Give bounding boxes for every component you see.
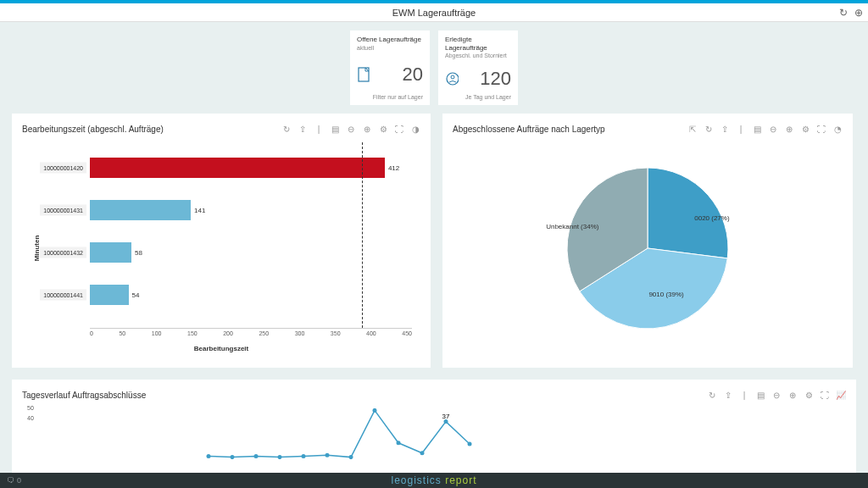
x-tick: 250 <box>259 330 269 339</box>
bar-category-label: 100000001432 <box>40 247 86 258</box>
panel-pie-chart: Abgeschlossene Aufträge nach Lagertyp ⇱ … <box>442 114 853 368</box>
bar[interactable]: 412 <box>90 158 385 178</box>
settings-icon[interactable]: ⚙ <box>800 125 810 134</box>
x-axis-ticks: 050100150200250300350400450 <box>90 330 412 339</box>
legend-icon[interactable]: ▤ <box>755 391 765 400</box>
zoom-out-icon[interactable]: ⊖ <box>346 125 356 134</box>
x-tick: 450 <box>402 330 412 339</box>
panel-toolbar: ⇱ ↻ ⇪ | ▤ ⊖ ⊕ ⚙ ⛶ ◔ <box>687 125 843 134</box>
line-point[interactable] <box>420 451 425 455</box>
line-point[interactable] <box>444 419 448 424</box>
settings-icon[interactable]: ⚙ <box>378 125 388 134</box>
zoom-in-icon[interactable]: ⊕ <box>784 125 794 134</box>
settings-icon[interactable]: ⚙ <box>804 391 814 400</box>
tile-footer: Filter nur auf Lager <box>357 94 423 100</box>
bar[interactable]: 141 <box>90 200 191 220</box>
zoom-out-icon[interactable]: ⊖ <box>771 391 782 400</box>
legend-icon[interactable]: ▤ <box>330 125 340 134</box>
bar-value-label: 58 <box>135 249 142 257</box>
tile-subtitle: aktuell <box>357 45 423 51</box>
line-point[interactable] <box>278 455 282 459</box>
tile-footer: Je Tag und Lager <box>445 94 511 100</box>
line-series <box>209 410 470 457</box>
x-tick: 150 <box>187 330 198 339</box>
zoom-in-icon[interactable]: ⊕ <box>787 391 798 400</box>
export-icon[interactable]: ⇪ <box>723 391 733 400</box>
bar-row: 100000001431 141 <box>90 197 412 223</box>
line-point[interactable] <box>326 453 330 458</box>
kpi-tile[interactable]: Offene Lageraufträge aktuell 20 Filter n… <box>350 30 430 105</box>
notification-count: 0 <box>17 476 21 485</box>
brand-part-b: report <box>445 474 476 486</box>
share-icon[interactable]: ⇱ <box>687 125 698 134</box>
globe-icon[interactable]: ⊕ <box>854 7 863 19</box>
page-title: EWM Lageraufträge <box>392 8 476 18</box>
chart-type-icon[interactable]: ◔ <box>832 125 843 134</box>
refresh-icon[interactable]: ↻ <box>281 125 292 134</box>
chart-type-icon[interactable]: ◑ <box>410 125 420 134</box>
bar-value-label: 141 <box>194 207 205 214</box>
line-point[interactable] <box>373 408 377 413</box>
x-tick: 50 <box>119 330 125 339</box>
line-point[interactable] <box>254 454 259 458</box>
line-point[interactable] <box>468 442 472 446</box>
x-tick: 100 <box>152 330 162 339</box>
refresh-icon[interactable]: ↻ <box>839 7 848 19</box>
line-svg: 37 <box>39 408 853 459</box>
x-tick: 0 <box>90 330 93 339</box>
panel-toolbar: ↻ ⇪ | ▤ ⊖ ⊕ ⚙ ⛶ 📈 <box>707 391 846 400</box>
panel-toolbar: ↻ ⇪ | ▤ ⊖ ⊕ ⚙ ⛶ ◑ <box>281 125 420 134</box>
notification-icon[interactable]: 🗨 <box>7 476 14 485</box>
fullscreen-icon[interactable]: ⛶ <box>816 125 826 134</box>
footer-bar: 🗨 0 leogistics report <box>0 473 868 488</box>
pie-slice-label: 0020 (27%) <box>694 214 729 221</box>
header-actions: ↻ ⊕ <box>839 7 863 19</box>
line-point[interactable] <box>207 454 211 458</box>
export-icon[interactable]: ⇪ <box>298 125 308 134</box>
bar-plot-area: 100000001420 412100000001431 14110000000… <box>90 142 412 329</box>
panel-title: Tagesverlauf Auftragsabschlüsse <box>22 391 146 400</box>
tile-title: Offene Lageraufträge <box>357 36 423 44</box>
document-icon <box>357 66 370 83</box>
x-tick: 350 <box>331 330 341 339</box>
fullscreen-icon[interactable]: ⛶ <box>394 125 404 134</box>
kpi-tile[interactable]: Erledigte Lageraufträge Abgeschl. und St… <box>438 30 518 105</box>
bar[interactable]: 58 <box>90 242 131 263</box>
brand-part-a: leogistics <box>391 474 441 486</box>
line-point[interactable] <box>397 441 401 445</box>
y-tick: 40 <box>27 415 34 421</box>
zoom-in-icon[interactable]: ⊕ <box>362 125 372 134</box>
fullscreen-icon[interactable]: ⛶ <box>820 391 830 400</box>
bar[interactable]: 54 <box>90 285 129 305</box>
zoom-out-icon[interactable]: ⊖ <box>768 125 778 134</box>
refresh-icon[interactable]: ↻ <box>704 125 714 134</box>
kpi-tile-row: Offene Lageraufträge aktuell 20 Filter n… <box>0 22 868 114</box>
bar-value-label: 54 <box>132 291 140 299</box>
panel-line-chart: Tagesverlauf Auftragsabschlüsse ↻ ⇪ | ▤ … <box>12 380 856 473</box>
line-point[interactable] <box>231 455 235 459</box>
panel-bar-chart: Bearbeitungszeit (abgeschl. Aufträge) ↻ … <box>12 114 431 368</box>
panel-title: Bearbeitungszeit (abgeschl. Aufträge) <box>22 125 164 134</box>
legend-icon[interactable]: ▤ <box>752 125 762 134</box>
divider-icon: | <box>314 125 324 134</box>
line-point[interactable] <box>302 454 306 458</box>
tile-title: Erledigte Lageraufträge <box>445 36 511 52</box>
tile-value: 120 <box>480 68 511 90</box>
circle-badge-icon <box>445 70 459 87</box>
line-plot-area: 37 4050 <box>39 408 846 459</box>
bar-category-label: 100000001420 <box>40 163 86 174</box>
chart-type-icon[interactable]: 📈 <box>836 391 846 400</box>
line-point[interactable] <box>349 455 353 459</box>
export-icon[interactable]: ⇪ <box>720 125 730 134</box>
bar-category-label: 100000001441 <box>40 290 86 301</box>
tile-subtitle: Abgeschl. und Storniert <box>445 53 511 58</box>
app-header: EWM Lageraufträge ↻ ⊕ <box>0 3 868 22</box>
x-tick: 400 <box>366 330 376 339</box>
panel-title: Abgeschlossene Aufträge nach Lagertyp <box>453 125 605 134</box>
x-axis-label: Bearbeitungszeit <box>194 345 248 352</box>
bar-category-label: 100000001431 <box>40 205 86 216</box>
svg-point-2 <box>451 75 454 79</box>
refresh-icon[interactable]: ↻ <box>707 391 717 400</box>
y-tick: 50 <box>27 405 34 411</box>
x-tick: 200 <box>223 330 233 339</box>
